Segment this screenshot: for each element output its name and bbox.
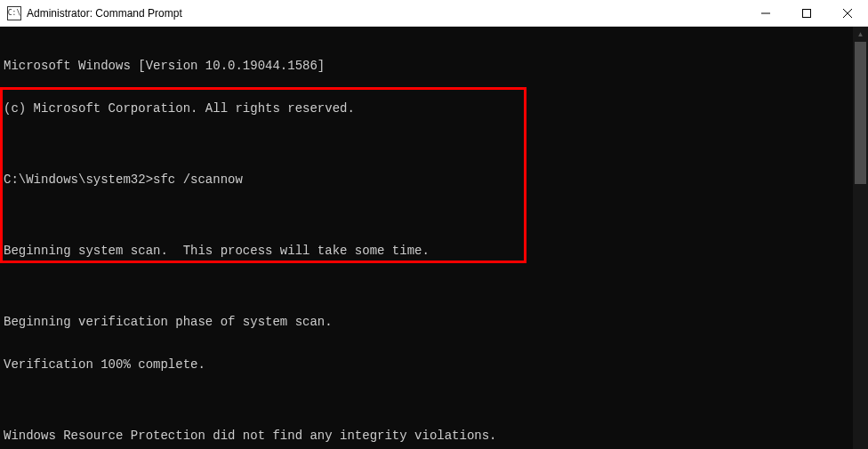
- window-title: Administrator: Command Prompt: [27, 7, 182, 20]
- close-button[interactable]: [827, 0, 868, 27]
- cmd-icon: C:\: [7, 6, 21, 20]
- scrollbar-track[interactable]: [853, 42, 868, 449]
- maximize-button[interactable]: [786, 0, 827, 27]
- output-line: (c) Microsoft Corporation. All rights re…: [0, 101, 853, 116]
- titlebar[interactable]: C:\ Administrator: Command Prompt: [0, 0, 868, 27]
- command-prompt-window: C:\ Administrator: Command Prompt Micros…: [0, 0, 868, 449]
- terminal-wrap: Microsoft Windows [Version 10.0.19044.15…: [0, 27, 868, 449]
- scrollbar-thumb[interactable]: [855, 42, 866, 184]
- output-line: Microsoft Windows [Version 10.0.19044.15…: [0, 59, 853, 73]
- minimize-button[interactable]: [745, 0, 786, 27]
- output-line: Beginning verification phase of system s…: [0, 315, 853, 329]
- terminal[interactable]: Microsoft Windows [Version 10.0.19044.15…: [0, 27, 853, 449]
- prompt-line: C:\Windows\system32>sfc /scannow: [0, 172, 853, 187]
- output-line: Windows Resource Protection did not find…: [0, 429, 853, 443]
- svg-rect-1: [803, 9, 811, 17]
- vertical-scrollbar[interactable]: ▲ ▼: [853, 27, 868, 449]
- scroll-up-arrow-icon[interactable]: ▲: [853, 27, 868, 42]
- output-line: Beginning system scan. This process will…: [0, 244, 853, 258]
- output-line: Verification 100% complete.: [0, 357, 853, 372]
